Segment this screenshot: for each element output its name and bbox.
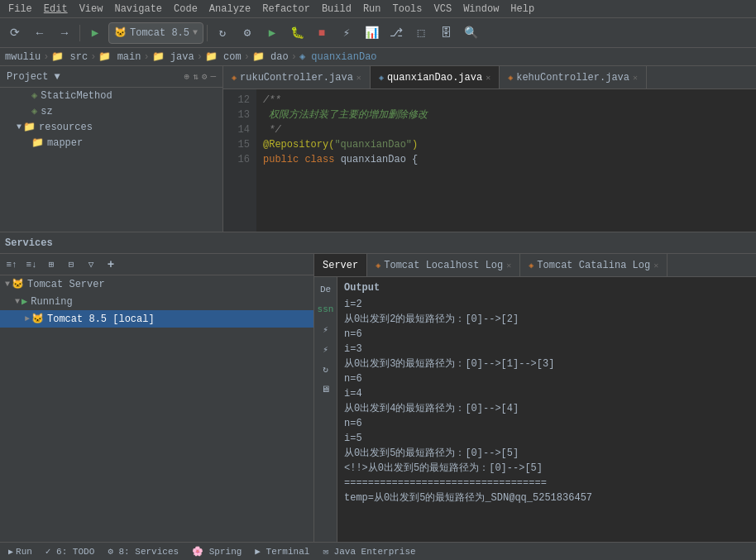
menu-analyze[interactable]: Analyze — [204, 0, 256, 17]
code-line-14: */ — [263, 122, 749, 137]
breadcrumb-com[interactable]: 📁 com — [205, 50, 242, 63]
output-btn-monitor[interactable]: 🖥 — [317, 380, 335, 398]
code-area: 12 13 14 15 16 /** 权限方法封装了主要的增加删除修改 */ @… — [223, 89, 756, 232]
breadcrumb-main[interactable]: 📁 main — [98, 50, 141, 63]
svc-tree-item-tomcat-local[interactable]: ► 🐱 Tomcat 8.5 [local] — [0, 310, 313, 328]
svc-scroll-down-btn[interactable]: ≡↓ — [23, 256, 40, 273]
toolbar-search-btn[interactable]: 🔍 — [459, 22, 482, 45]
toolbar-debug-btn[interactable]: 🐛 — [285, 22, 309, 45]
toolbar-database-btn[interactable]: 🗄 — [434, 22, 457, 45]
toolbar-run2-btn[interactable]: ▶ — [261, 22, 284, 45]
run-status-icon: ▶ — [8, 547, 13, 557]
menu-tools[interactable]: Tools — [388, 0, 428, 17]
toolbar-settings-btn[interactable]: ⚙ — [236, 22, 259, 45]
status-java-enterprise[interactable]: ✉ Java Enterprise — [319, 543, 419, 560]
tree-item-sz[interactable]: ◈ sz — [0, 103, 222, 119]
output-tab-catalina-log[interactable]: ◈ Tomcat Catalina Log ✕ — [520, 254, 667, 276]
tab-close-catalina[interactable]: ✕ — [653, 261, 658, 270]
main-area: Project ▼ ⊕ ⇅ ⚙ — ◈ StaticMethod ◈ sz — [0, 66, 756, 542]
status-terminal[interactable]: ▶ Terminal — [251, 543, 313, 560]
menu-edit[interactable]: Edit — [39, 0, 73, 17]
output-line-3: n=6 — [344, 327, 749, 342]
breadcrumb-dao[interactable]: 📁 dao — [252, 50, 289, 63]
output-side-toolbar: De ssn ⚡ ⚡ ↻ 🖥 — [314, 277, 337, 542]
menu-window[interactable]: Window — [458, 0, 504, 17]
menu-refactor[interactable]: Refactor — [257, 0, 315, 17]
toolbar-build-btn[interactable]: ⟳ — [3, 22, 26, 45]
tab-localhost-label: Tomcat Localhost Log — [384, 260, 503, 271]
output-line-11: 从0出发到5的最短路径为：[0]-->[5] — [344, 446, 749, 461]
output-btn-usb2[interactable]: ⚡ — [317, 340, 335, 358]
tree-minimize-btn[interactable]: — — [210, 71, 216, 82]
tab-close-ruku[interactable]: ✕ — [356, 73, 361, 83]
output-btn-usb1[interactable]: ⚡ — [317, 320, 335, 338]
svc-scroll-up-btn[interactable]: ≡↑ — [3, 256, 20, 273]
tomcat-server-icon: 🐱 — [12, 278, 24, 290]
breadcrumb-src[interactable]: 📁 src — [51, 50, 88, 63]
output-btn-ssn[interactable]: ssn — [317, 300, 335, 318]
toolbar-forward-btn[interactable]: → — [53, 22, 76, 45]
toolbar-reload-btn[interactable]: ↻ — [211, 22, 234, 45]
menu-help[interactable]: Help — [505, 0, 539, 17]
tab-rukucontroller[interactable]: ◈ rukuController.java ✕ — [223, 66, 371, 89]
status-spring[interactable]: 🌸 Spring — [189, 543, 245, 560]
tab-close-kehu[interactable]: ✕ — [633, 73, 638, 83]
services-tree-toolbar: ≡↑ ≡↓ ⊞ ⊟ ▽ + — [0, 254, 313, 275]
output-tab-server[interactable]: Server — [314, 254, 367, 276]
tab-close-quan[interactable]: ✕ — [486, 73, 490, 83]
tree-item-staticmethod[interactable]: ◈ StaticMethod — [0, 88, 222, 103]
editor-tabs: ◈ rukuController.java ✕ ◈ quanxianDao.ja… — [223, 66, 756, 89]
tree-item-mapper[interactable]: 📁 mapper — [0, 135, 222, 151]
svc-filter-btn[interactable]: ⊟ — [63, 256, 79, 273]
tree-gear-btn[interactable]: ⚙ — [202, 71, 208, 82]
tree-expand-btn[interactable]: ⇅ — [193, 71, 199, 82]
output-line-6: n=6 — [344, 371, 749, 386]
toolbar-vcs-btn[interactable]: ⎇ — [385, 22, 408, 45]
tree-item-resources[interactable]: ▼ 📁 resources — [0, 119, 222, 135]
menu-view[interactable]: View — [74, 0, 108, 17]
menu-code[interactable]: Code — [169, 0, 203, 17]
tab-kehucontroller[interactable]: ◈ kehuController.java ✕ — [500, 66, 647, 89]
menu-run[interactable]: Run — [358, 0, 386, 17]
breadcrumb-mwuliu[interactable]: mwuliu — [5, 51, 41, 63]
toolbar-coverage-btn[interactable]: ⚡ — [335, 22, 358, 45]
tree-settings-btn[interactable]: ⊕ — [184, 71, 190, 82]
tab-quanxiandao[interactable]: ◈ quanxianDao.java ✕ — [371, 66, 500, 89]
toolbar-stop-btn[interactable]: ■ — [310, 22, 333, 45]
menu-vcs[interactable]: VCS — [429, 0, 457, 17]
toolbar-run-btn[interactable]: ▶ — [84, 22, 107, 45]
status-terminal-label: ▶ Terminal — [255, 546, 309, 557]
svc-tree-item-running[interactable]: ▼ ▶ Running — [0, 293, 313, 310]
code-content[interactable]: /** 权限方法封装了主要的增加删除修改 */ @Repository("qua… — [256, 89, 756, 232]
status-run[interactable]: ▶ Run — [5, 543, 36, 560]
svc-dropdown-btn[interactable]: ▽ — [83, 256, 99, 273]
status-java-label: ✉ Java Enterprise — [323, 546, 415, 557]
menu-build[interactable]: Build — [317, 0, 356, 17]
run-config-dropdown[interactable]: 🐱 Tomcat 8.5 ▼ — [108, 22, 203, 44]
output-btn-refresh[interactable]: ↻ — [317, 360, 335, 378]
breadcrumb-quanxiandao[interactable]: ◈ quanxianDao — [299, 50, 377, 63]
services-content: ≡↑ ≡↓ ⊞ ⊟ ▽ + ▼ 🐱 Tomcat Server ▼ — [0, 254, 756, 542]
tab-icon-kehu: ◈ — [508, 73, 513, 83]
output-btn-de[interactable]: De — [317, 280, 335, 299]
toolbar-back-btn[interactable]: ← — [28, 22, 51, 45]
menu-file[interactable]: File — [3, 0, 37, 17]
svc-tree-item-tomcat-server[interactable]: ▼ 🐱 Tomcat Server — [0, 275, 313, 293]
status-todo[interactable]: ✓ 6: TODO — [42, 543, 98, 560]
output-content[interactable]: Output i=2 从0出发到2的最短路径为：[0]-->[2] n=6 i=… — [337, 277, 756, 542]
tab-close-localhost[interactable]: ✕ — [506, 261, 511, 270]
breadcrumb-sep-3: › — [143, 51, 149, 63]
svc-group-btn[interactable]: ⊞ — [43, 256, 60, 273]
svc-add-btn[interactable]: + — [103, 256, 119, 273]
breadcrumb-java[interactable]: 📁 java — [152, 50, 194, 63]
run-config-label: Tomcat 8.5 — [130, 27, 189, 39]
menu-navigate[interactable]: Navigate — [109, 0, 167, 17]
folder-icon-mapper: 📁 — [31, 136, 44, 149]
toolbar-terminal-btn[interactable]: ⬚ — [409, 22, 433, 45]
spring-icon-staticmethod: ◈ — [31, 89, 37, 102]
toolbar-profile-btn[interactable]: 📊 — [360, 22, 383, 45]
status-services[interactable]: ⚙ 8: Services — [104, 543, 182, 560]
breadcrumb-sep-2: › — [90, 51, 96, 63]
tree-arrow-resources: ▼ — [17, 122, 22, 132]
output-tab-localhost-log[interactable]: ◈ Tomcat Localhost Log ✕ — [367, 254, 520, 276]
